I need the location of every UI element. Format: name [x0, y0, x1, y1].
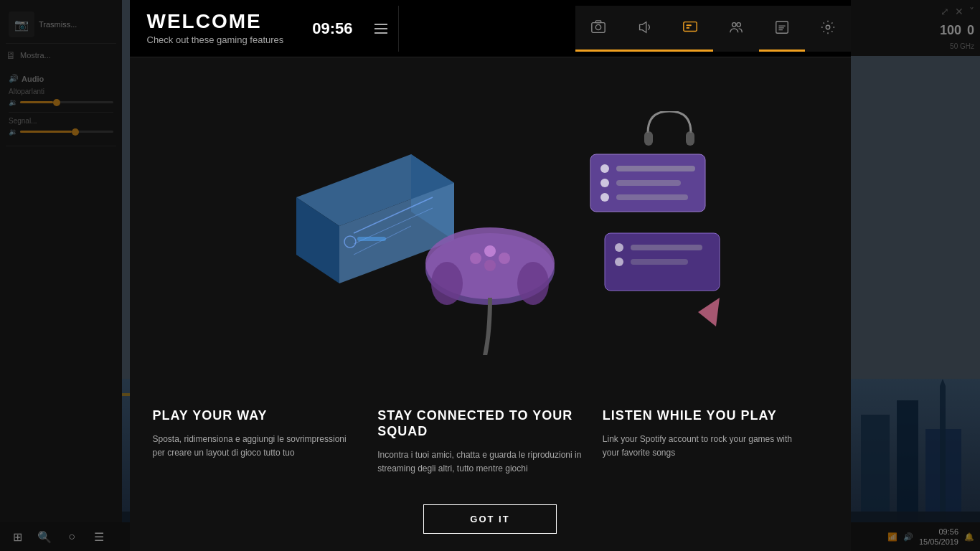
feature-card-3: LISTEN WHILE YOU PLAY Link your Spotify … — [603, 408, 828, 476]
nav-settings-button[interactable] — [805, 6, 851, 52]
svg-point-44 — [484, 260, 496, 271]
feature-3-desc: Link your Spotify account to rock your g… — [603, 433, 811, 460]
modal-subtitle: Check out these gaming features — [147, 34, 284, 45]
modal-header: WELCOME Check out these gaming features … — [130, 0, 851, 57]
nav-overlay-button[interactable] — [667, 6, 713, 52]
svg-rect-54 — [616, 194, 688, 200]
settings-icon — [820, 19, 836, 35]
svg-rect-62 — [644, 131, 653, 146]
overlay-icon — [682, 19, 698, 35]
svg-marker-61 — [698, 298, 720, 326]
modal-clock: 09:56 — [301, 19, 364, 38]
feature-card-1: PLAY YOUR WAY Sposta, ridimensiona e agg… — [153, 408, 378, 476]
svg-rect-15 — [374, 28, 387, 29]
feature-card-2: STAY CONNECTED TO YOUR SQUAD Incontra i … — [377, 408, 603, 476]
hamburger-button[interactable] — [364, 6, 399, 52]
feature-2-desc: Incontra i tuoi amici, chatta e guarda l… — [377, 448, 585, 476]
svg-point-24 — [732, 23, 736, 27]
feature-2-title: STAY CONNECTED TO YOUR SQUAD — [377, 408, 585, 439]
welcome-heading: WELCOME — [147, 11, 284, 32]
welcome-modal: WELCOME Check out these gaming features … — [130, 0, 851, 551]
svg-rect-26 — [776, 22, 788, 34]
nav-audio-button[interactable] — [621, 6, 667, 52]
svg-point-58 — [615, 258, 623, 266]
feature-3-title: LISTEN WHILE YOU PLAY — [603, 408, 811, 424]
svg-point-39 — [431, 262, 463, 305]
svg-rect-63 — [686, 131, 694, 146]
svg-rect-59 — [631, 245, 702, 250]
svg-point-51 — [600, 193, 609, 202]
feature-1-title: PLAY YOUR WAY — [153, 408, 361, 424]
modal-nav — [575, 6, 851, 52]
svg-rect-16 — [374, 32, 387, 34]
svg-point-50 — [600, 179, 609, 187]
svg-point-43 — [499, 253, 510, 264]
svg-rect-19 — [595, 21, 600, 23]
got-it-container: GOT IT — [130, 504, 851, 534]
svg-point-42 — [484, 245, 496, 257]
svg-rect-14 — [374, 24, 387, 25]
svg-rect-21 — [683, 22, 696, 32]
svg-rect-53 — [616, 180, 681, 186]
svg-point-18 — [595, 24, 600, 29]
svg-rect-23 — [686, 27, 689, 29]
svg-point-27 — [826, 25, 830, 29]
hamburger-icon — [374, 24, 387, 34]
svg-rect-22 — [686, 24, 691, 26]
svg-point-41 — [470, 253, 481, 264]
svg-point-40 — [517, 262, 549, 305]
feature-1-desc: Sposta, ridimensiona e aggiungi le sovri… — [153, 433, 361, 460]
spotify-icon — [774, 19, 790, 35]
feature-cards: PLAY YOUR WAY Sposta, ridimensiona e agg… — [130, 408, 851, 476]
squad-icon — [728, 19, 744, 35]
svg-rect-52 — [616, 166, 695, 171]
audio-nav-icon — [636, 19, 652, 35]
got-it-button[interactable]: GOT IT — [423, 504, 556, 534]
svg-marker-20 — [639, 22, 646, 33]
modal-overlay: WELCOME Check out these gaming features … — [0, 0, 980, 551]
nav-squad-button[interactable] — [713, 6, 759, 52]
capture-icon — [590, 19, 606, 35]
svg-rect-36 — [357, 237, 386, 241]
svg-point-25 — [736, 23, 740, 27]
nav-spotify-button[interactable] — [759, 6, 805, 52]
svg-rect-60 — [631, 259, 688, 265]
feature-illustration — [130, 57, 851, 408]
nav-capture-button[interactable] — [575, 6, 621, 52]
modal-title-area: WELCOME Check out these gaming features — [130, 0, 301, 57]
svg-point-57 — [615, 243, 623, 252]
svg-point-49 — [600, 164, 609, 173]
isometric-illustration — [239, 111, 741, 355]
modal-body: PLAY YOUR WAY Sposta, ridimensiona e agg… — [130, 57, 851, 551]
